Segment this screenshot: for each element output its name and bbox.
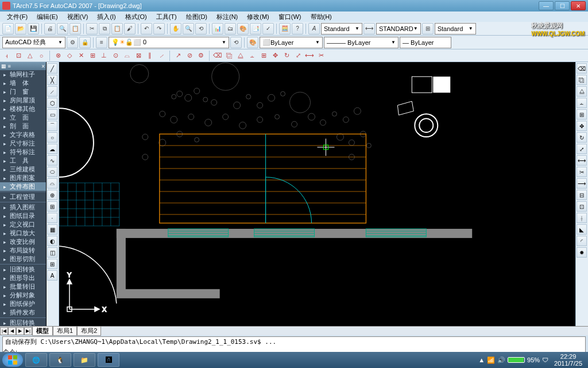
erase-tool[interactable]: ⌫	[577, 63, 587, 74]
scale-tool[interactable]: ⤢	[577, 144, 587, 154]
mod-copy-icon[interactable]: ⿻	[225, 51, 234, 60]
tablestyle-select[interactable]: Standard▼	[435, 23, 476, 34]
pan-button[interactable]: ✋	[170, 23, 181, 34]
battery-icon[interactable]	[508, 357, 525, 363]
snap-set-icon[interactable]: ⚙	[196, 51, 206, 60]
tray-shield-icon[interactable]: 🛡	[542, 356, 548, 363]
layout-tab[interactable]: 模型	[32, 326, 53, 336]
panel-item[interactable]: ▸图纸目录	[0, 212, 46, 220]
point-tool[interactable]: ·	[47, 213, 57, 223]
panel-item[interactable]: ▸剖 面	[0, 122, 46, 131]
panel-item[interactable]: ▸批量转旧	[0, 282, 46, 291]
snap-ext-icon[interactable]: ⟋	[157, 51, 166, 60]
ellipsearc-tool[interactable]: ⌓	[47, 178, 57, 189]
drawing-canvas[interactable]: Y X	[59, 62, 575, 326]
snap-from-icon[interactable]: ↗	[173, 51, 183, 60]
paste-button[interactable]: 📋	[111, 23, 123, 34]
task-browser-icon[interactable]: 🌐	[25, 353, 47, 367]
tray-flag-icon[interactable]: ▲	[478, 356, 485, 363]
tray-sound-icon[interactable]: 🔊	[497, 356, 505, 364]
menu-o[interactable]: 格式(O)	[121, 12, 152, 22]
layout-tab[interactable]: 布局1	[53, 326, 77, 336]
tab-nav-button[interactable]: ◀	[8, 327, 16, 335]
mod-rotate-icon[interactable]: ↻	[282, 51, 291, 60]
dimstyle-select[interactable]: STANDARD▼	[376, 23, 421, 34]
panel-item[interactable]: ▸文件布图	[0, 182, 46, 191]
panel-item[interactable]: ▸图形导出	[0, 274, 46, 282]
dc-button[interactable]: 🗂	[225, 23, 236, 34]
explode-tool[interactable]: ✸	[577, 247, 587, 258]
xline-tool[interactable]: ╳	[47, 75, 57, 85]
layout-tab[interactable]: 布局2	[77, 326, 101, 336]
chamfer-tool[interactable]: ◣	[577, 224, 587, 235]
dimstyle-icon[interactable]: ⟷	[363, 23, 375, 34]
panel-item[interactable]: ▸改变比例	[0, 237, 46, 246]
textstyle-select[interactable]: Standard▼	[321, 23, 362, 34]
panel-item[interactable]: ▸工程管理	[0, 193, 46, 201]
tray-network-icon[interactable]: 📶	[487, 356, 495, 364]
join-tool[interactable]: ⟊	[577, 213, 587, 223]
tab-nav-button[interactable]: |◀	[0, 327, 8, 335]
spline-tool[interactable]: ∿	[47, 155, 57, 166]
menu-h[interactable]: 帮助(H)	[306, 12, 336, 22]
panel-item[interactable]: ▸视口放大	[0, 229, 46, 237]
snap-none-icon[interactable]: ⊘	[185, 51, 194, 60]
panel-item[interactable]: ▸墙 体	[0, 79, 46, 87]
calc-button[interactable]: 🧮	[279, 23, 291, 34]
pline-tool[interactable]: ⟋	[47, 86, 57, 97]
panel-item[interactable]: ▸房间屋顶	[0, 96, 46, 105]
panel-item[interactable]: ▸图库图案	[0, 174, 46, 182]
snap-node-icon[interactable]: ⊗	[53, 51, 63, 60]
line-tool[interactable]: ╱	[47, 63, 57, 74]
snap-ins-icon[interactable]: ⊞	[88, 51, 97, 60]
layer-manager-button[interactable]: ≡	[96, 37, 107, 48]
tab-nav-button[interactable]: ▶	[16, 327, 24, 335]
snap-tan-icon[interactable]: ⊙	[111, 51, 120, 60]
ellipse-tool[interactable]: ⬭	[47, 167, 57, 177]
snap-grid-icon[interactable]: ⫞	[2, 51, 11, 60]
mod-erase-icon[interactable]: ⌫	[213, 51, 222, 60]
extend-tool[interactable]: ⟶	[577, 178, 587, 189]
copy-tool[interactable]: ⿻	[577, 75, 587, 85]
snap-qua-icon[interactable]: ◇	[65, 51, 74, 60]
panel-item[interactable]: ▸插件发布	[0, 308, 46, 317]
save-button[interactable]: 💾	[28, 23, 39, 34]
match-button[interactable]: 🖌	[124, 23, 136, 34]
menu-f[interactable]: 文件(F)	[2, 12, 32, 22]
help-button[interactable]: ?	[292, 23, 303, 34]
layer-prev-button[interactable]: ⟲	[230, 37, 242, 48]
mirror-tool[interactable]: ⧋	[577, 86, 587, 97]
panel-item[interactable]: ▸文字表格	[0, 131, 46, 139]
copy-button[interactable]: ⧉	[99, 23, 110, 34]
panel-item[interactable]: ▸分解对象	[0, 291, 46, 300]
panel-item[interactable]: ▸楼梯其他	[0, 105, 46, 113]
gradient-tool[interactable]: ◐	[47, 236, 57, 246]
panel-close-icon[interactable]: ×	[41, 63, 45, 70]
minimize-button[interactable]: —	[539, 1, 554, 10]
panel-item[interactable]: ▸三维建模	[0, 165, 46, 174]
menu-e[interactable]: 编辑(E)	[32, 12, 63, 22]
panel-item[interactable]: ▸布局旋转	[0, 246, 46, 255]
restore-button[interactable]: ☐	[555, 1, 570, 10]
polygon-tool[interactable]: ⬡	[47, 98, 57, 108]
snap-per-icon[interactable]: ⊥	[99, 51, 109, 60]
break2-tool[interactable]: ⊡	[577, 201, 587, 212]
menu-t[interactable]: 工具(T)	[152, 12, 181, 22]
block-tool[interactable]: ⊞	[47, 201, 57, 212]
textstyle-icon[interactable]: A	[308, 23, 320, 34]
trim-tool[interactable]: ✂	[577, 167, 587, 177]
props-button[interactable]: 📊	[212, 23, 223, 34]
arc-tool[interactable]: ⌒	[47, 121, 57, 131]
snap-end-icon[interactable]: ⊡	[14, 51, 23, 60]
tab-nav-button[interactable]: ▶|	[24, 327, 32, 335]
mod-trim-icon[interactable]: ✂	[316, 51, 326, 60]
panel-item[interactable]: ▸工 具	[0, 156, 46, 165]
text-tool[interactable]: A	[47, 270, 57, 281]
task-autocad-icon[interactable]: 🅰	[98, 353, 119, 367]
offset-tool[interactable]: ⫠	[577, 98, 587, 108]
workspace-lock-button[interactable]: 🔒	[79, 37, 91, 48]
workspace-select[interactable]: AutoCAD 经典▼	[2, 37, 65, 48]
open-button[interactable]: 📂	[15, 23, 26, 34]
revcloud-tool[interactable]: ☁	[47, 144, 57, 154]
color-button[interactable]: 🎨	[247, 37, 258, 48]
